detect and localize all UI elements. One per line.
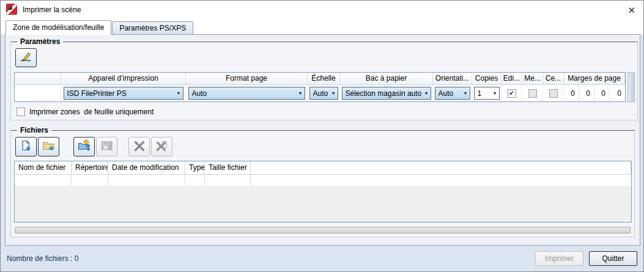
paper-tray-value: Sélection magasin auto: [346, 89, 422, 98]
margin-left-value[interactable]: 0: [564, 85, 579, 101]
vertical-scrollbar[interactable]: [627, 72, 635, 102]
tab-parametres-ps-xps[interactable]: Paramètres PS/XPS: [112, 21, 193, 34]
copies-value: 1: [478, 89, 490, 98]
copies-select[interactable]: 1 ▼: [474, 87, 500, 100]
margin-bottom-value[interactable]: 0: [610, 85, 625, 101]
margin-top-value[interactable]: 0: [579, 85, 594, 101]
row-selector-cell[interactable]: [15, 85, 61, 101]
add-folder-icon: [42, 139, 56, 154]
print-sheet-zones-checkbox[interactable]: [17, 108, 25, 116]
page-format-value: Auto: [192, 89, 296, 98]
add-folder-button[interactable]: [38, 137, 59, 156]
files-table-empty-area: [15, 186, 631, 222]
col-header-rowselect: [15, 73, 61, 84]
parameters-table: Appareil d’impression Format page Échell…: [14, 72, 626, 102]
generate-files-icon: [78, 139, 91, 154]
files-toolbar: [15, 137, 632, 156]
delete-all-files-icon: [155, 140, 168, 154]
paper-tray-select[interactable]: Sélection magasin auto ▼: [342, 87, 431, 100]
chevron-down-icon: ▼: [177, 91, 181, 95]
parametres-group: Paramètres App: [10, 37, 638, 120]
col-header-size[interactable]: Taille fichier: [205, 161, 251, 174]
orientation-value: Auto: [439, 89, 461, 98]
chevron-down-icon: ▼: [464, 91, 468, 95]
col-header-type[interactable]: Type: [185, 161, 205, 174]
margin-right-value[interactable]: 0: [594, 85, 610, 101]
progress-bar: [15, 227, 631, 233]
col-header-format: Format page: [186, 73, 308, 84]
delete-file-button[interactable]: [128, 137, 150, 156]
file-count-label: Nombre de fichiers : 0: [7, 254, 78, 263]
close-icon[interactable]: ✕: [627, 6, 635, 15]
save-files-icon: [100, 139, 114, 154]
add-file-button[interactable]: [15, 137, 37, 156]
print-scene-dialog: Imprimer la scène ✕ Zone de modélisation…: [0, 0, 644, 272]
ce-checkbox[interactable]: [549, 89, 558, 98]
scale-value: Auto: [313, 89, 329, 98]
chevron-down-icon: ▼: [298, 91, 303, 95]
col-header-scale: Échelle: [308, 73, 340, 84]
title-bar: Imprimer la scène ✕: [1, 1, 643, 19]
fichiers-group-label: Fichiers: [17, 126, 51, 134]
files-table-header: Nom de fichier Répertoire Date de modifi…: [15, 161, 631, 175]
parameters-table-header: Appareil d’impression Format page Échell…: [15, 73, 625, 85]
col-header-tray: Bac à papier: [340, 73, 433, 84]
pen-icon: [20, 51, 33, 64]
col-header-orientation: Orientati...: [433, 73, 472, 84]
col-header-edi: Edi...: [502, 73, 522, 84]
empty-file-row[interactable]: [15, 175, 631, 186]
orientation-select[interactable]: Auto ▼: [435, 87, 470, 100]
add-file-icon: [20, 139, 32, 154]
app-icon: [6, 4, 17, 17]
window-title: Imprimer la scène: [23, 6, 81, 14]
chevron-down-icon: ▼: [424, 91, 429, 95]
col-header-spacer: [251, 161, 631, 174]
delete-file-icon: [133, 140, 146, 154]
col-header-device: Appareil d’impression: [61, 73, 186, 84]
generate-files-button[interactable]: [73, 137, 95, 156]
fichiers-group: Fichiers: [10, 126, 635, 237]
printer-device-select[interactable]: ISD FilePrinter PS ▼: [64, 87, 183, 100]
print-sheet-zones-label: Imprimer zones de feuille uniquement: [29, 108, 154, 116]
printer-device-value: ISD FilePrinter PS: [67, 89, 174, 98]
me-checkbox[interactable]: [528, 89, 537, 98]
parameters-row: ISD FilePrinter PS ▼ Auto ▼: [15, 85, 625, 101]
chevron-down-icon: ▼: [493, 91, 497, 95]
tab-strip: Zone de modélisation/feuille Paramètres …: [1, 19, 643, 34]
print-button[interactable]: Imprimer: [535, 251, 583, 266]
col-header-ce: Ce...: [543, 73, 564, 84]
col-header-modified[interactable]: Date de modification: [108, 161, 185, 174]
footer-bar: Nombre de fichiers : 0 Imprimer Quitter: [1, 246, 643, 271]
save-files-button[interactable]: [96, 137, 117, 156]
scale-select[interactable]: Auto ▼: [309, 87, 338, 100]
edi-checkbox[interactable]: ✔: [508, 89, 516, 98]
tab-zone-modelisation[interactable]: Zone de modélisation/feuille: [6, 20, 111, 35]
col-header-filename[interactable]: Nom de fichier: [15, 161, 72, 174]
parametres-group-label: Paramètres: [17, 37, 63, 46]
files-table: Nom de fichier Répertoire Date de modifi…: [14, 161, 632, 222]
edit-parameters-button[interactable]: [15, 48, 37, 67]
col-header-directory[interactable]: Répertoire: [72, 161, 108, 174]
col-header-copies: Copies: [472, 73, 502, 84]
chevron-down-icon: ▼: [331, 91, 336, 95]
col-header-me: Me...: [522, 73, 543, 84]
delete-all-files-button[interactable]: [151, 137, 172, 156]
tab-panel: Paramètres App: [5, 34, 640, 246]
col-header-margins: Marges de page: [564, 73, 625, 84]
check-icon: ✔: [509, 90, 514, 97]
page-format-select[interactable]: Auto ▼: [188, 87, 305, 100]
quit-button[interactable]: Quitter: [589, 251, 637, 266]
